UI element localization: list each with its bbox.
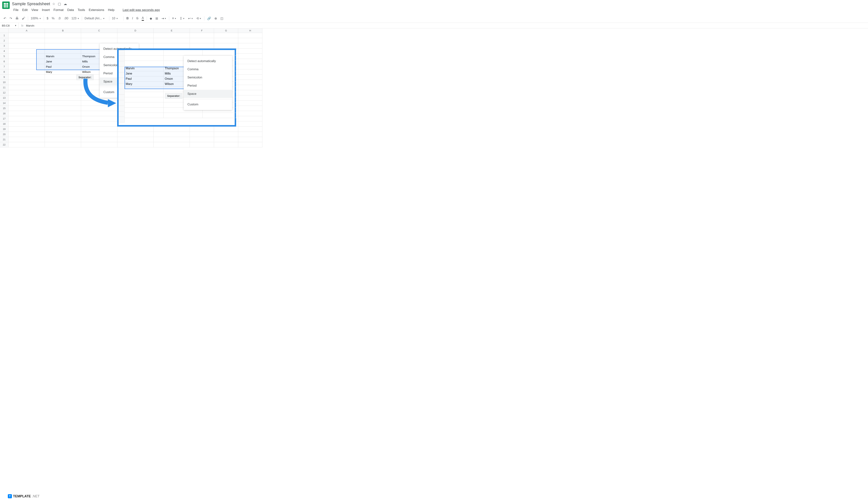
col-header[interactable]: D <box>117 29 154 33</box>
row-header[interactable]: 9 <box>0 74 9 80</box>
sheets-logo-icon <box>2 1 10 9</box>
row-header[interactable]: 13 <box>0 95 9 101</box>
row-header[interactable]: 10 <box>0 80 9 85</box>
fx-icon: fx <box>19 24 26 27</box>
row-header[interactable]: 18 <box>0 121 9 127</box>
name-box[interactable]: B5:C8▼ <box>0 23 19 28</box>
formula-input[interactable]: Marvin <box>26 24 34 27</box>
row-header[interactable]: 4 <box>0 49 9 54</box>
callout-dd-custom[interactable]: Custom <box>184 100 232 108</box>
menu-data[interactable]: Data <box>66 8 75 13</box>
callout-cell[interactable]: Marvin <box>125 66 164 71</box>
redo-icon[interactable]: ↷ <box>8 15 13 21</box>
row-header[interactable]: 6 <box>0 59 9 64</box>
comment-icon[interactable]: ⊕ <box>213 15 218 21</box>
font-size-select[interactable]: 10▼ <box>111 16 122 21</box>
callout-dd-semicolon[interactable]: Semicolon <box>184 73 232 82</box>
zoom-select[interactable]: 100%▼ <box>30 16 42 21</box>
toolbar: ↶ ↷ 🖶 🖌 100%▼ $ % .0 .00 123▼ Default (A… <box>0 14 868 23</box>
col-header[interactable]: F <box>190 29 214 33</box>
callout-dd-detect-auto[interactable]: Detect automatically <box>184 57 232 65</box>
fill-color-icon[interactable]: ◆ <box>148 15 153 21</box>
menubar: File Edit View Insert Format Data Tools … <box>12 8 866 13</box>
row-header[interactable]: 11 <box>0 85 9 90</box>
callout-dd-comma[interactable]: Comma <box>184 65 232 73</box>
number-format-select[interactable]: 123▼ <box>70 16 80 21</box>
callout-separator-chip[interactable]: Separator: <box>165 93 182 99</box>
col-header[interactable]: G <box>214 29 238 33</box>
cell-b6[interactable]: Jane <box>45 59 81 64</box>
menu-tools[interactable]: Tools <box>76 8 87 13</box>
row-header[interactable]: 22 <box>0 142 9 147</box>
percent-button[interactable]: % <box>50 15 56 21</box>
bold-button[interactable]: B <box>125 15 130 21</box>
wrap-icon[interactable]: ↩ ▼ <box>187 15 194 21</box>
col-header[interactable]: B <box>45 29 81 33</box>
row-header[interactable]: 8 <box>0 69 9 74</box>
separator-chip[interactable]: Separator: <box>76 74 94 80</box>
cloud-icon[interactable]: ☁ <box>64 2 67 6</box>
row-header[interactable]: 14 <box>0 101 9 106</box>
cell-b8[interactable]: Mary <box>45 69 81 74</box>
callout-cell[interactable]: Mary <box>125 81 164 87</box>
row-header[interactable]: 12 <box>0 90 9 95</box>
col-header[interactable]: E <box>154 29 190 33</box>
font-select[interactable]: Default (Ari...▼ <box>83 16 108 21</box>
callout-panel: MarvinThompson JaneMills PaulOrson MaryW… <box>117 49 236 127</box>
row-header[interactable]: 7 <box>0 64 9 69</box>
row-header[interactable]: 16 <box>0 111 9 116</box>
menu-insert[interactable]: Insert <box>40 8 51 13</box>
rotate-icon[interactable]: ⟲ ▼ <box>195 15 203 21</box>
row-header[interactable]: 5 <box>0 54 9 59</box>
callout-dd-space[interactable]: Space <box>184 90 232 98</box>
row-header[interactable]: 3 <box>0 43 9 49</box>
undo-icon[interactable]: ↶ <box>2 15 8 21</box>
spreadsheet-grid[interactable]: A B C D E F G H 1 2 3 4 5 6 7 8 9 10 11 … <box>0 29 868 147</box>
formula-bar: B5:C8▼ fx Marvin <box>0 23 868 29</box>
h-align-icon[interactable]: ≡ ▼ <box>171 15 178 21</box>
text-color-button[interactable]: A <box>141 15 145 22</box>
borders-icon[interactable]: ⊞ <box>154 15 159 21</box>
currency-button[interactable]: $ <box>45 15 50 21</box>
chart-icon[interactable]: ◫ <box>219 15 225 21</box>
document-title[interactable]: Sample Spreadsheet <box>12 1 50 6</box>
star-icon[interactable]: ☆ <box>52 2 55 6</box>
menu-format[interactable]: Format <box>52 8 65 13</box>
header: Sample Spreadsheet ☆ ▢ ☁ File Edit View … <box>0 0 868 13</box>
menu-view[interactable]: View <box>30 8 40 13</box>
last-edit-link[interactable]: Last edit was seconds ago <box>121 8 161 13</box>
merge-cells-icon[interactable]: ⇥ ▼ <box>160 15 168 21</box>
cell-b5[interactable]: Marvin <box>45 54 81 59</box>
row-header[interactable]: 21 <box>0 137 9 142</box>
italic-button[interactable]: I <box>131 15 134 21</box>
select-all-corner[interactable] <box>0 29 9 33</box>
row-header[interactable]: 19 <box>0 127 9 132</box>
callout-cell[interactable]: Jane <box>125 71 164 76</box>
col-header[interactable]: A <box>9 29 45 33</box>
link-icon[interactable]: 🔗 <box>206 15 213 21</box>
menu-file[interactable]: File <box>12 8 20 13</box>
increase-decimal-button[interactable]: .00 <box>63 15 70 21</box>
menu-extensions[interactable]: Extensions <box>87 8 106 13</box>
decrease-decimal-button[interactable]: .0 <box>56 15 62 21</box>
paint-format-icon[interactable]: 🖌 <box>21 15 27 21</box>
print-icon[interactable]: 🖶 <box>14 15 20 21</box>
v-align-icon[interactable]: ↧ ▼ <box>178 15 186 21</box>
cell-b7[interactable]: Paul <box>45 64 81 69</box>
menu-edit[interactable]: Edit <box>21 8 29 13</box>
row-header[interactable]: 17 <box>0 116 9 121</box>
callout-separator-dropdown: Detect automatically Comma Semicolon Per… <box>184 55 232 110</box>
strikethrough-button[interactable]: S <box>135 15 140 21</box>
menu-help[interactable]: Help <box>106 8 116 13</box>
row-header[interactable]: 15 <box>0 106 9 111</box>
callout-dd-period[interactable]: Period <box>184 82 232 90</box>
col-header[interactable]: C <box>81 29 117 33</box>
col-header[interactable]: H <box>238 29 262 33</box>
move-icon[interactable]: ▢ <box>58 2 61 6</box>
row-header[interactable]: 2 <box>0 38 9 43</box>
row-header[interactable]: 20 <box>0 132 9 137</box>
row-header[interactable]: 1 <box>0 33 9 38</box>
callout-cell[interactable]: Paul <box>125 76 164 82</box>
